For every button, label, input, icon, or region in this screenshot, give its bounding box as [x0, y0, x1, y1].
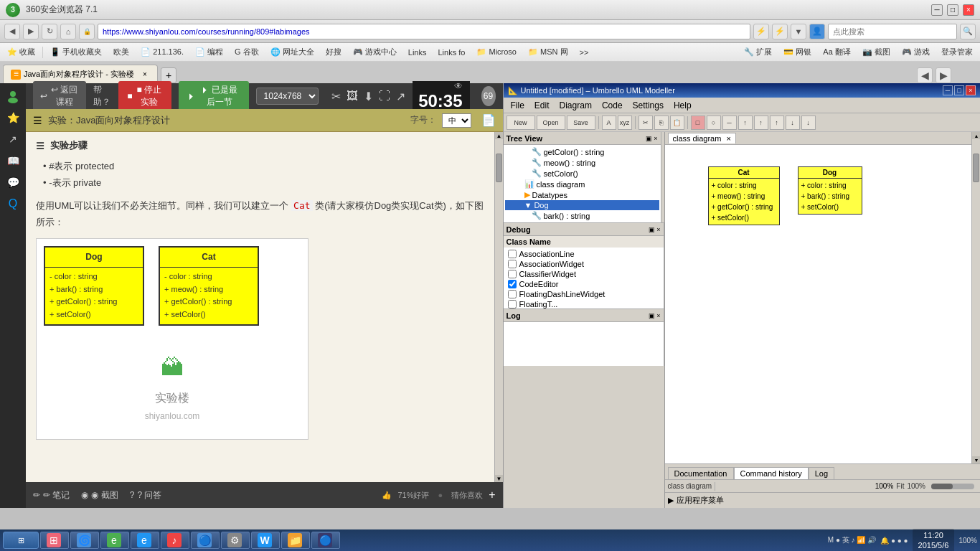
tab-close-button[interactable]: × [140, 70, 150, 80]
taskbar-app-2[interactable]: 🌀 [70, 532, 99, 549]
bookmark-search[interactable]: 好搜 [321, 45, 346, 59]
toolbar-arrow5[interactable]: ↓ [801, 116, 816, 130]
image-icon[interactable]: 🖼 [347, 90, 358, 103]
tree-item[interactable]: 🔧 meow() : string [505, 157, 659, 168]
screenshot-tool-button[interactable]: ◉ ◉ 截图 [81, 489, 118, 501]
answer-tool-button[interactable]: ? ? 问答 [130, 489, 162, 501]
scroll-down-button[interactable]: ▼ [495, 475, 503, 482]
bookmark-google[interactable]: G 谷歌 [230, 45, 263, 59]
menu-help[interactable]: Help [669, 99, 696, 112]
resolution-selector[interactable]: 1024x768 [256, 88, 319, 105]
bookmark-links[interactable]: Links [404, 47, 431, 58]
toolbar-save[interactable]: Save [567, 116, 595, 130]
bookmark-euro[interactable]: 欧美 [109, 45, 133, 59]
bookmark-msn[interactable]: 📁 MSN 网 [524, 45, 573, 59]
menu-settings[interactable]: Settings [628, 99, 668, 112]
toolbar-rect[interactable]: □ [691, 116, 705, 130]
search-button[interactable]: 🔍 [960, 24, 976, 39]
toolbar-cut[interactable]: ✂ [639, 116, 653, 130]
taskbar-app-5[interactable]: ♪ [161, 532, 189, 549]
tree-panel-collapse[interactable]: × [654, 135, 657, 142]
lightning-icon[interactable]: ⚡ [772, 24, 788, 39]
bookmark-favorites[interactable]: ⭐ 收藏 [3, 45, 39, 59]
tree-item[interactable]: 📊 class diagram [505, 179, 659, 189]
toolbar-copy[interactable]: ⎘ [654, 116, 669, 130]
tree-item[interactable]: ▶ Datatypes [505, 189, 659, 200]
bookmark-coding[interactable]: 📄 编程 [191, 45, 227, 59]
debug-checkbox[interactable] [508, 270, 517, 278]
font-size-selector[interactable]: 中 [442, 113, 471, 128]
taskbar-app-10[interactable]: 🔵 [311, 532, 340, 549]
documentation-tab[interactable]: Documentation [668, 467, 734, 479]
debug-checkbox[interactable] [508, 280, 517, 288]
taskbar-clock[interactable]: 11:20 2015/5/6 [913, 529, 955, 551]
diagram-scroll-thumb[interactable] [973, 154, 979, 182]
debug-panel-close[interactable]: × [656, 226, 660, 233]
back-course-button[interactable]: ↩ ↩ 返回课程 [33, 81, 86, 111]
download-icon[interactable]: ⬇ [364, 90, 373, 103]
scroll-thumb[interactable] [496, 154, 502, 182]
content-scrollbar[interactable]: ▲ ▼ [494, 132, 503, 482]
bookmark-icon[interactable]: ⚡ [753, 24, 769, 39]
back-button[interactable]: ◀ [4, 24, 20, 39]
debug-item[interactable]: CodeEditor [505, 279, 662, 289]
bookmark-login[interactable]: 登录管家 [937, 45, 977, 59]
command-history-tab[interactable]: Command history [734, 467, 809, 479]
bookmark-sites[interactable]: 🌐 网址大全 [266, 45, 319, 59]
tree-item-selected[interactable]: ▼ Dog [505, 200, 659, 210]
debug-item[interactable]: AssociationLine [505, 249, 662, 259]
diagram-scrollbar[interactable]: ▲ ▼ [971, 132, 980, 463]
taskbar-app-8[interactable]: W [251, 532, 280, 549]
home-button[interactable]: ⌂ [60, 24, 76, 39]
sidebar-book-icon[interactable]: 📖 [2, 151, 24, 171]
tree-item[interactable]: 🔧 bark() : string [505, 210, 659, 221]
diagram-scroll-down[interactable]: ▼ [972, 456, 980, 463]
diagram-tab-close[interactable]: × [726, 134, 730, 143]
debug-checkbox[interactable] [508, 290, 517, 298]
address-bar[interactable] [98, 24, 750, 39]
sidebar-star-icon[interactable]: ⭐ [2, 108, 24, 128]
close-button[interactable]: × [963, 4, 974, 16]
uml-maximize-button[interactable]: □ [954, 85, 964, 95]
zoom-slider[interactable] [931, 484, 974, 489]
bookmark-more[interactable]: >> [575, 47, 593, 58]
tree-panel-close[interactable]: ▣ [646, 135, 652, 142]
taskbar-app-9[interactable]: 📁 [281, 532, 310, 549]
taskbar-app-4[interactable]: e [131, 532, 159, 549]
log-panel-btn[interactable]: ▣ [649, 312, 655, 319]
taskbar-app-3[interactable]: e [100, 532, 129, 549]
diagram-scroll-up[interactable]: ▲ [972, 132, 980, 139]
fullscreen-icon[interactable]: ⛶ [379, 90, 390, 103]
start-button[interactable]: ⊞ [3, 532, 39, 549]
menu-file[interactable]: File [507, 99, 529, 112]
menu-code[interactable]: Code [598, 99, 627, 112]
toolbar-circle[interactable]: ○ [707, 116, 721, 130]
bookmark-capture[interactable]: 📷 截图 [858, 45, 895, 59]
toolbar-paste[interactable]: 📋 [670, 116, 684, 130]
toolbar-arrow2[interactable]: ↑ [754, 116, 768, 130]
toolbar-line[interactable]: ─ [722, 116, 737, 130]
sidebar-chat-icon[interactable]: 💬 [2, 172, 24, 192]
bookmark-games[interactable]: 🎮 游戏中心 [349, 45, 401, 59]
debug-checkbox[interactable] [508, 250, 517, 258]
taskbar-app-1[interactable]: ⊞ [40, 532, 69, 549]
uml-close-button[interactable]: × [966, 85, 976, 95]
taskbar-app-7[interactable]: ⚙ [221, 532, 250, 549]
toolbar-arrow3[interactable]: ↑ [770, 116, 784, 130]
menu-edit[interactable]: Edit [530, 99, 554, 112]
toolbar-btn-a[interactable]: A [602, 116, 616, 130]
toolbar-btn-xyz[interactable]: xyz [618, 116, 632, 130]
diagram-tab[interactable]: class diagram × [668, 133, 736, 143]
debug-panel-btn[interactable]: ▣ [649, 226, 655, 233]
note-tool-button[interactable]: ✏ ✏ 笔记 [33, 489, 70, 501]
bookmark-ms[interactable]: 📁 Microso [472, 46, 521, 58]
bookmark-extend[interactable]: 🔧 扩展 [740, 45, 776, 59]
forward-button[interactable]: ▶ [23, 24, 39, 39]
tree-item[interactable]: 🔧 setColor() [505, 168, 659, 179]
search-input[interactable] [828, 24, 957, 39]
user-icon[interactable]: 👤 [809, 24, 825, 39]
tab-back-icon[interactable]: ◀ [917, 67, 933, 83]
bookmark-games2[interactable]: 🎮 游戏 [897, 45, 934, 59]
bookmark-211[interactable]: 📄 211.136. [136, 46, 188, 58]
help-button[interactable]: 帮助？ [93, 84, 112, 108]
